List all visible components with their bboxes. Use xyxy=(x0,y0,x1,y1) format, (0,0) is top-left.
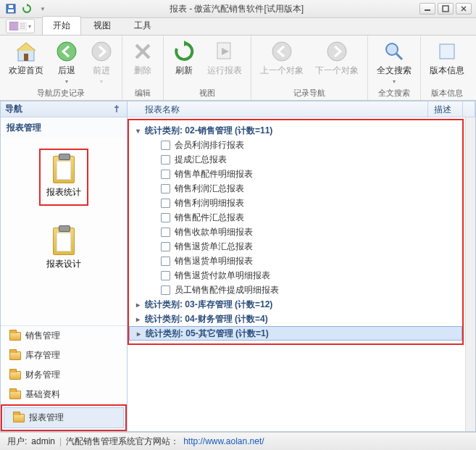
status-user: admin xyxy=(31,436,55,446)
home-button[interactable]: 欢迎首页 xyxy=(6,38,46,78)
prev-label: 上一个对象 xyxy=(260,64,304,77)
report-row[interactable]: 销售退货单明细报表 xyxy=(129,254,462,268)
minimize-button[interactable] xyxy=(419,3,435,14)
pin-icon[interactable] xyxy=(112,104,122,114)
qat-save-icon[interactable] xyxy=(4,2,17,15)
group-label-nav: 导航历史记录 xyxy=(37,86,85,99)
tab-tools[interactable]: 工具 xyxy=(123,16,162,35)
nav-icon-list: 报表统计 报表设计 xyxy=(1,138,127,325)
report-row[interactable]: 销售单配件明细报表 xyxy=(129,167,462,181)
version-icon xyxy=(435,40,459,63)
forward-icon xyxy=(90,40,113,63)
svg-rect-1 xyxy=(8,9,14,12)
status-url-link[interactable]: http://www.aolan.net/ xyxy=(183,436,264,446)
nav-icon-report-design[interactable]: 报表设计 xyxy=(42,223,85,275)
statusbar: 用户: admin | 汽配销售管理系统官方网站： http://www.aol… xyxy=(0,432,476,450)
ribbon-group-nav-history: 欢迎首页 后退 ▾ 前进 ▾ 导航历史记录 xyxy=(0,36,122,100)
group-label-record: 记录导航 xyxy=(293,86,325,99)
status-site-label: 汽配销售管理系统官方网站： xyxy=(66,436,179,448)
group-label-version: 版本信息 xyxy=(431,86,463,99)
group-label-view: 视图 xyxy=(199,86,215,99)
group-label-search: 全文搜索 xyxy=(378,86,410,99)
report-row[interactable]: 销售配件汇总报表 xyxy=(129,210,462,225)
file-menu-button[interactable]: ▾ xyxy=(6,19,35,33)
nav-item-label: 报表管理 xyxy=(29,412,64,424)
tab-view[interactable]: 视图 xyxy=(83,16,122,35)
svg-rect-2 xyxy=(9,5,13,8)
nav-item-stock[interactable]: 库存管理 xyxy=(1,346,127,365)
ribbon-group-search: 全文搜索 ▾ 全文搜索 xyxy=(368,36,421,100)
column-header-desc[interactable]: 描述 xyxy=(428,101,463,117)
report-row[interactable]: 销售利润明细报表 xyxy=(129,196,462,210)
expand-icon[interactable]: ▸ xyxy=(133,314,142,323)
ribbon: 欢迎首页 后退 ▾ 前进 ▾ 导航历史记录 删除 编辑 xyxy=(0,36,476,101)
folder-icon xyxy=(9,351,21,360)
prev-object-button[interactable]: 上一个对象 xyxy=(257,38,306,78)
report-row[interactable]: 销售退货付款单明细报表 xyxy=(129,268,462,283)
nav-item-finance[interactable]: 财务管理 xyxy=(1,365,127,385)
run-report-icon xyxy=(213,40,236,63)
fulltext-search-button[interactable]: 全文搜索 ▾ xyxy=(374,38,414,86)
group-row-sales[interactable]: ▾统计类别: 02-销售管理 (计数=11) xyxy=(129,123,462,138)
maximize-button[interactable] xyxy=(438,3,454,14)
report-row[interactable]: 提成汇总报表 xyxy=(129,152,462,167)
report-row[interactable]: 员工销售配件提成明细报表 xyxy=(129,283,462,297)
grid-header: 报表名称 描述 xyxy=(128,101,475,117)
svg-point-14 xyxy=(57,42,76,61)
delete-button[interactable]: 删除 xyxy=(128,38,157,78)
run-report-button[interactable]: 运行报表 xyxy=(204,38,245,78)
version-button[interactable]: 版本信息 xyxy=(427,38,467,78)
back-label: 后退 xyxy=(58,64,75,77)
status-separator: | xyxy=(59,436,62,446)
report-row[interactable]: 销售退货单汇总报表 xyxy=(129,239,462,254)
nav-title: 导航 xyxy=(5,103,22,115)
group-row-other[interactable]: ▸统计类别: 05-其它管理 (计数=1) xyxy=(129,326,462,341)
nav-item-label: 基础资料 xyxy=(25,388,60,401)
forward-label: 前进 xyxy=(93,64,110,77)
report-row[interactable]: 会员利润排行报表 xyxy=(129,138,462,152)
qat-refresh-icon[interactable] xyxy=(20,2,33,15)
next-object-button[interactable]: 下一个对象 xyxy=(312,38,362,78)
tab-start[interactable]: 开始 xyxy=(42,16,81,35)
search-icon xyxy=(383,40,406,63)
nav-panel: 导航 报表管理 报表统计 报表设计 销售管理 库存管理 财务管理 基础资料 xyxy=(0,101,128,432)
ribbon-group-view: 刷新 运行报表 视图 xyxy=(164,36,251,100)
group-label: 统计类别: 05-其它管理 (计数=1) xyxy=(146,328,269,340)
nav-item-label: 销售管理 xyxy=(25,330,60,342)
group-row-finance[interactable]: ▸统计类别: 04-财务管理 (计数=4) xyxy=(129,312,462,326)
ribbon-group-record-nav: 上一个对象 下一个对象 记录导航 xyxy=(251,36,368,100)
prev-icon xyxy=(270,40,293,63)
refresh-button[interactable]: 刷新 xyxy=(170,38,199,78)
expand-icon[interactable]: ▸ xyxy=(133,300,142,309)
collapse-icon[interactable]: ▾ xyxy=(133,126,142,135)
nav-icon-report-stats[interactable]: 报表统计 xyxy=(42,151,85,203)
expand-icon[interactable]: ▸ xyxy=(134,329,143,338)
back-button[interactable]: 后退 ▾ xyxy=(52,38,81,86)
folder-icon xyxy=(13,414,25,422)
nav-item-sales[interactable]: 销售管理 xyxy=(1,326,127,346)
nav-item-label: 财务管理 xyxy=(25,369,60,381)
nav-folder-list: 销售管理 库存管理 财务管理 基础资料 报表管理 xyxy=(1,325,127,431)
folder-icon xyxy=(9,391,21,399)
ribbon-group-edit: 删除 编辑 xyxy=(122,36,164,100)
close-button[interactable] xyxy=(456,3,472,14)
version-label: 版本信息 xyxy=(430,64,464,77)
next-label: 下一个对象 xyxy=(315,64,359,77)
svg-line-22 xyxy=(396,54,402,59)
svg-point-21 xyxy=(386,43,398,55)
column-header-name[interactable]: 报表名称 xyxy=(128,101,428,117)
qat-dropdown-icon[interactable]: ▼ xyxy=(36,2,49,15)
nav-item-report-mgmt[interactable]: 报表管理 xyxy=(4,407,124,428)
nav-section-title: 报表管理 xyxy=(1,117,127,138)
report-row[interactable]: 销售收款单明细报表 xyxy=(129,225,462,239)
report-row[interactable]: 销售利润汇总报表 xyxy=(129,181,462,196)
clipboard-icon xyxy=(53,228,75,255)
nav-item-basic[interactable]: 基础资料 xyxy=(1,385,127,404)
vertical-scrollbar[interactable] xyxy=(465,117,475,431)
clipboard-icon xyxy=(53,156,75,183)
group-row-stock[interactable]: ▸统计类别: 03-库存管理 (计数=12) xyxy=(129,297,462,312)
nav-item-label: 库存管理 xyxy=(25,349,60,362)
forward-button[interactable]: 前进 ▾ xyxy=(87,38,116,86)
group-label: 统计类别: 04-财务管理 (计数=4) xyxy=(145,313,268,325)
svg-point-15 xyxy=(92,42,111,61)
